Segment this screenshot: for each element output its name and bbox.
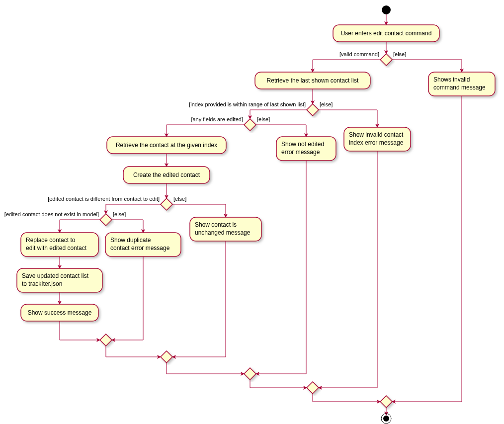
- svg-text:error message: error message: [281, 149, 320, 156]
- svg-text:Show not edited: Show not edited: [281, 141, 324, 148]
- svg-text:index error message: index error message: [349, 139, 404, 146]
- svg-text:[else]: [else]: [173, 196, 186, 202]
- svg-text:[else]: [else]: [393, 51, 406, 57]
- svg-text:Save updated contact list: Save updated contact list: [22, 272, 89, 279]
- svg-text:command message: command message: [433, 84, 486, 91]
- decision-not-exist: [100, 214, 112, 226]
- svg-text:edit with edited contact: edit with edited contact: [26, 245, 87, 252]
- svg-text:Show invalid contact: Show invalid contact: [349, 131, 404, 138]
- svg-text:unchanged message: unchanged message: [195, 229, 251, 236]
- svg-text:Show duplicate: Show duplicate: [110, 237, 151, 244]
- svg-text:[else]: [else]: [320, 101, 333, 107]
- svg-text:Shows invalid: Shows invalid: [433, 76, 470, 83]
- svg-text:Retrieve the contact at the gi: Retrieve the contact at the given index: [116, 142, 217, 149]
- svg-text:[else]: [else]: [113, 211, 126, 217]
- svg-text:contact error message: contact error message: [110, 245, 170, 252]
- decision-fields-edited: [244, 119, 256, 131]
- merge-4: [307, 382, 319, 394]
- decision-contact-different: [161, 198, 172, 210]
- merge-2: [161, 351, 172, 363]
- merge-1: [100, 334, 112, 346]
- svg-text:[else]: [else]: [257, 116, 270, 122]
- svg-text:Show contact is: Show contact is: [195, 221, 237, 228]
- svg-point-36: [383, 416, 389, 422]
- svg-text:Create the edited contact: Create the edited contact: [133, 171, 200, 178]
- svg-text:[edited contact is different f: [edited contact is different from contac…: [48, 196, 160, 202]
- svg-text:Show success message: Show success message: [28, 309, 92, 316]
- decision-index-range: [307, 104, 319, 116]
- svg-text:Retrieve the last shown contac: Retrieve the last shown contact list: [267, 77, 359, 84]
- svg-text:[any fields are edited]: [any fields are edited]: [191, 116, 243, 122]
- initial-node: [382, 5, 391, 14]
- merge-5: [380, 396, 392, 408]
- svg-text:[valid command]: [valid command]: [339, 51, 379, 57]
- activity-diagram: User enters edit contact command [valid …: [0, 0, 504, 424]
- svg-text:to trackIter.json: to trackIter.json: [22, 280, 62, 287]
- decision-valid-command: [380, 54, 392, 66]
- svg-text:[index provided is within rang: [index provided is within range of last …: [189, 101, 306, 107]
- svg-text:Replace contact to: Replace contact to: [26, 237, 76, 244]
- merge-3: [244, 368, 256, 380]
- activity-label: User enters edit contact command: [341, 30, 432, 37]
- svg-text:[edited contact does not exist: [edited contact does not exist in model]: [4, 211, 99, 217]
